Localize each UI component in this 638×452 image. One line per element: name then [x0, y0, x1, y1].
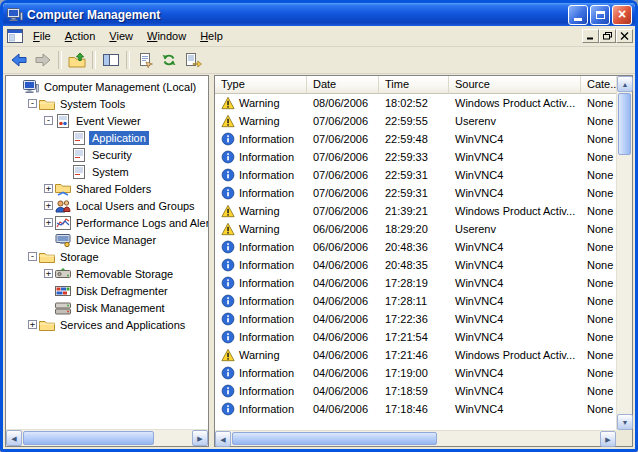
column-header-source[interactable]: Source [449, 76, 581, 94]
tree-item-computer-management-local[interactable]: Computer Management (Local) [6, 78, 208, 95]
event-row[interactable]: Information04/06/200617:19:00WinVNC4None [215, 364, 616, 382]
mdi-close-button[interactable] [616, 29, 633, 43]
event-category-cell: None [581, 97, 616, 109]
tree-item-services-and-applications[interactable]: +Services and Applications [6, 316, 208, 333]
tree-expander-plus-icon[interactable]: + [42, 184, 55, 193]
event-row[interactable]: Warning07/06/200621:39:21Windows Product… [215, 202, 616, 220]
tree-item-system-tools[interactable]: -System Tools [6, 95, 208, 112]
event-row[interactable]: Information07/06/200622:59:33WinVNC4None [215, 148, 616, 166]
event-type-cell: Warning [215, 204, 307, 218]
event-row[interactable]: Warning08/06/200618:02:52Windows Product… [215, 94, 616, 112]
event-source-cell: WinVNC4 [449, 133, 581, 145]
menu-action[interactable]: Action [58, 28, 103, 44]
list-scroll-right-button[interactable]: ▶ [600, 431, 616, 447]
mdi-restore-button[interactable] [599, 29, 616, 43]
menu-window[interactable]: Window [140, 28, 193, 44]
down-arrow-icon: ▼ [622, 419, 629, 426]
properties-button[interactable] [133, 49, 157, 71]
tree-item-label: Computer Management (Local) [41, 80, 199, 94]
tree-hscroll-thumb[interactable] [23, 431, 154, 445]
tree-item-removable-storage[interactable]: +Removable Storage [6, 265, 208, 282]
list-hscroll-thumb[interactable] [232, 432, 437, 445]
tree-hscroll-track[interactable] [22, 430, 192, 446]
tree-scroll-right-button[interactable]: ▶ [192, 430, 208, 446]
menu-help[interactable]: Help [193, 28, 230, 44]
tree-expander-minus-icon[interactable]: - [26, 252, 39, 261]
tree-item-disk-management[interactable]: Disk Management [6, 299, 208, 316]
tree-item-label: Removable Storage [73, 267, 176, 281]
column-header-type[interactable]: Type [215, 76, 307, 94]
event-row[interactable]: Warning06/06/200618:29:20UserenvNone [215, 220, 616, 238]
column-header-time[interactable]: Time [379, 76, 449, 94]
tree-expander-minus-icon[interactable]: - [42, 116, 55, 125]
tree-expander-plus-icon[interactable]: + [26, 320, 39, 329]
mdi-close-icon [620, 32, 629, 40]
tree-item-device-manager[interactable]: Device Manager [6, 231, 208, 248]
column-header-date[interactable]: Date [307, 76, 379, 94]
event-source-cell: WinVNC4 [449, 151, 581, 163]
event-category-cell: None [581, 223, 616, 235]
forward-button[interactable] [31, 49, 55, 71]
show-hide-console-tree-button[interactable] [99, 49, 123, 71]
event-category-cell: None [581, 313, 616, 325]
event-row[interactable]: Information07/06/200622:59:31WinVNC4None [215, 184, 616, 202]
back-button[interactable] [7, 49, 31, 71]
event-source-cell: WinVNC4 [449, 331, 581, 343]
tree-item-shared-folders[interactable]: +Shared Folders [6, 180, 208, 197]
minimize-button[interactable] [568, 5, 588, 25]
event-row[interactable]: Information04/06/200617:22:36WinVNC4None [215, 310, 616, 328]
event-row[interactable]: Information06/06/200620:48:36WinVNC4None [215, 238, 616, 256]
list-scroll-left-button[interactable]: ◀ [215, 431, 231, 447]
menu-view[interactable]: View [102, 28, 140, 44]
list-vertical-scrollbar[interactable]: ▲ ▼ [616, 76, 632, 430]
event-row[interactable]: Information07/06/200622:59:31WinVNC4None [215, 166, 616, 184]
event-row[interactable]: Information04/06/200620:48:35WinVNC4None [215, 256, 616, 274]
tree-item-performance-logs-and-alerts[interactable]: +Performance Logs and Alerts [6, 214, 208, 231]
event-source-cell: WinVNC4 [449, 367, 581, 379]
vscroll-thumb[interactable] [618, 93, 631, 155]
tree-item-event-viewer[interactable]: -Event Viewer [6, 112, 208, 129]
scroll-up-button[interactable]: ▲ [617, 76, 633, 92]
column-header-cate[interactable]: Cate... [581, 76, 616, 94]
event-row[interactable]: Information04/06/200617:28:11WinVNC4None [215, 292, 616, 310]
list-hscroll-track[interactable] [231, 431, 600, 446]
event-source-cell: WinVNC4 [449, 259, 581, 271]
information-icon [221, 186, 235, 200]
export-list-button[interactable] [181, 49, 205, 71]
close-button[interactable]: × [612, 5, 632, 25]
device-manager-icon [55, 232, 72, 247]
up-button[interactable] [65, 49, 89, 71]
list-horizontal-scrollbar[interactable]: ◀ ▶ [215, 430, 616, 446]
tree-item-application[interactable]: Application [6, 129, 208, 146]
tree-expander-plus-icon[interactable]: + [42, 269, 55, 278]
tree-item-system[interactable]: System [6, 163, 208, 180]
mdi-minimize-button[interactable] [582, 29, 599, 43]
minimize-icon [574, 18, 582, 21]
event-row[interactable]: Information04/06/200617:18:59WinVNC4None [215, 382, 616, 400]
window-title: Computer Management [27, 8, 566, 22]
event-date-cell: 06/06/2006 [307, 241, 379, 253]
event-date-cell: 04/06/2006 [307, 277, 379, 289]
tree-item-disk-defragmenter[interactable]: Disk Defragmenter [6, 282, 208, 299]
event-row[interactable]: Information07/06/200622:59:48WinVNC4None [215, 130, 616, 148]
tree-horizontal-scrollbar[interactable]: ◀ ▶ [6, 429, 208, 446]
tree-item-local-users-and-groups[interactable]: +Local Users and Groups [6, 197, 208, 214]
maximize-button[interactable] [590, 5, 610, 25]
event-row[interactable]: Information04/06/200617:18:46WinVNC4None [215, 400, 616, 418]
title-bar[interactable]: Computer Management × [3, 3, 635, 26]
tree-expander-plus-icon[interactable]: + [42, 218, 55, 227]
event-row[interactable]: Information04/06/200617:28:19WinVNC4None [215, 274, 616, 292]
tree-expander-minus-icon[interactable]: - [26, 99, 39, 108]
vscroll-track[interactable] [617, 92, 632, 414]
tree-expander-plus-icon[interactable]: + [42, 201, 55, 210]
event-row[interactable]: Information04/06/200617:21:54WinVNC4None [215, 328, 616, 346]
scroll-down-button[interactable]: ▼ [617, 414, 633, 430]
tree-item-storage[interactable]: -Storage [6, 248, 208, 265]
tree-item-security[interactable]: Security [6, 146, 208, 163]
event-type-label: Information [239, 151, 294, 163]
refresh-button[interactable] [157, 49, 181, 71]
menu-file[interactable]: File [26, 28, 58, 44]
tree-scroll-left-button[interactable]: ◀ [6, 430, 22, 446]
event-row[interactable]: Warning07/06/200622:59:55UserenvNone [215, 112, 616, 130]
event-row[interactable]: Warning04/06/200617:21:46Windows Product… [215, 346, 616, 364]
